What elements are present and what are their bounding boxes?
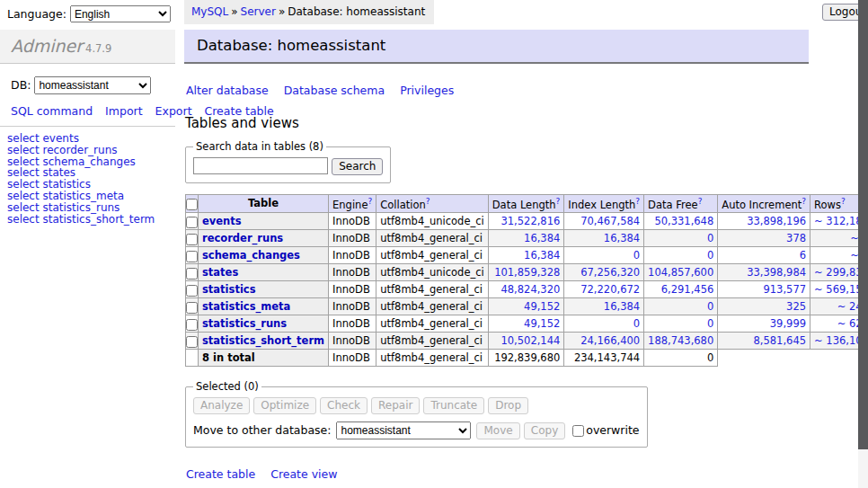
- page-title: Database: homeassistant: [184, 30, 809, 64]
- database-action-links: Alter databaseDatabase schemaPrivileges: [186, 84, 813, 97]
- table-name-link[interactable]: statistics_short_term: [202, 334, 324, 347]
- index-length-link[interactable]: 72,220,672: [580, 283, 640, 296]
- data-free-link[interactable]: 188,743,680: [648, 334, 713, 347]
- data-length-link[interactable]: 10,502,144: [500, 334, 560, 347]
- row-checkbox[interactable]: [186, 336, 198, 348]
- data-length-link[interactable]: 101,859,328: [494, 266, 560, 279]
- sidebar-item-select-statistics-short-term[interactable]: select statistics_short_term: [7, 214, 175, 226]
- table-name-link[interactable]: states: [202, 266, 238, 279]
- link-database-schema[interactable]: Database schema: [284, 84, 385, 97]
- help-icon[interactable]: ?: [841, 197, 846, 206]
- table-name-link[interactable]: events: [202, 215, 242, 227]
- data-length-link[interactable]: 49,152: [524, 300, 560, 313]
- collation-cell: utf8mb4_general_ci: [376, 281, 489, 298]
- table-name-link[interactable]: statistics_meta: [202, 300, 290, 313]
- help-icon[interactable]: ?: [368, 197, 372, 206]
- breadcrumb-link-server[interactable]: Server: [241, 5, 276, 18]
- data-length-link[interactable]: 31,522,816: [500, 215, 560, 227]
- row-checkbox[interactable]: [186, 302, 198, 314]
- link-create-view[interactable]: Create view: [270, 467, 337, 481]
- table-name-link[interactable]: schema_changes: [202, 249, 300, 262]
- link-alter-database[interactable]: Alter database: [186, 84, 269, 97]
- row-checkbox[interactable]: [186, 234, 198, 245]
- index-length-link[interactable]: 70,467,584: [580, 215, 640, 227]
- data-free-link[interactable]: 0: [707, 317, 713, 330]
- data-free-link[interactable]: 0: [707, 249, 713, 262]
- select-all-checkbox[interactable]: [186, 199, 198, 210]
- help-icon[interactable]: ?: [426, 197, 430, 206]
- row-checkbox[interactable]: [186, 217, 198, 228]
- move-db-select[interactable]: homeassistant: [336, 421, 471, 439]
- sidebar-table-links: select eventsselect recorder_runsselect …: [0, 133, 175, 225]
- db-select[interactable]: homeassistant: [34, 76, 151, 94]
- sidebar-command-links: SQL commandImportExportCreate table: [0, 98, 171, 118]
- sidebar-link-import[interactable]: Import: [105, 104, 143, 118]
- table-name-link[interactable]: statistics: [202, 283, 256, 296]
- help-icon[interactable]: ?: [635, 197, 640, 206]
- sidebar-item-select-recorder-runs[interactable]: select recorder_runs: [7, 145, 175, 156]
- auto-increment-link[interactable]: 33,398,984: [747, 266, 806, 279]
- data-free-link[interactable]: 0: [707, 232, 713, 244]
- help-icon[interactable]: ?: [698, 197, 703, 206]
- scrollbar-track[interactable]: [858, 0, 868, 488]
- index-length-cell: 16,384: [564, 298, 644, 315]
- language-select[interactable]: English: [70, 5, 171, 22]
- sidebar-item-select-statistics-meta[interactable]: select statistics_meta: [7, 191, 175, 202]
- drop-button[interactable]: Drop: [488, 397, 528, 414]
- auto-increment-link[interactable]: 8,581,645: [754, 334, 807, 347]
- breadcrumb-link-mysql[interactable]: MySQL: [191, 5, 228, 18]
- data-length-link[interactable]: 16,384: [524, 232, 560, 244]
- sidebar-item-select-statistics-runs[interactable]: select statistics_runs: [7, 202, 175, 214]
- index-length-link[interactable]: 16,384: [604, 300, 640, 313]
- table-name-link[interactable]: recorder_runs: [202, 232, 283, 244]
- index-length-link[interactable]: 0: [633, 317, 640, 330]
- data-free-link[interactable]: 104,857,600: [648, 266, 713, 279]
- sidebar-link-sql-command[interactable]: SQL command: [11, 104, 93, 118]
- help-icon[interactable]: ?: [556, 197, 561, 206]
- auto-increment-link[interactable]: 39,999: [770, 317, 806, 330]
- help-icon[interactable]: ?: [802, 197, 806, 206]
- move-button[interactable]: Move: [476, 422, 519, 439]
- index-length-link[interactable]: 67,256,320: [580, 266, 640, 279]
- check-button[interactable]: Check: [320, 397, 368, 414]
- link-privileges[interactable]: Privileges: [400, 84, 454, 97]
- data-free-link[interactable]: 0: [707, 300, 713, 313]
- scrollbar-thumb[interactable]: [858, 0, 868, 449]
- row-checkbox[interactable]: [186, 268, 198, 279]
- data-free-cell: 0: [644, 230, 718, 247]
- data-length-link[interactable]: 48,824,320: [500, 283, 560, 296]
- table-name-cell: recorder_runs: [199, 230, 329, 247]
- index-length-link[interactable]: 24,166,400: [580, 334, 640, 347]
- data-length-link[interactable]: 49,152: [524, 317, 560, 330]
- data-length-link[interactable]: 16,384: [524, 249, 560, 262]
- breadcrumb-separator: »: [231, 5, 237, 18]
- auto-increment-link[interactable]: 325: [786, 300, 806, 313]
- search-input[interactable]: [193, 157, 328, 174]
- sidebar-item-select-events[interactable]: select events: [7, 133, 175, 145]
- link-create-table[interactable]: Create table: [186, 467, 255, 481]
- auto-increment-link[interactable]: 913,577: [763, 283, 806, 296]
- row-checkbox[interactable]: [186, 319, 198, 331]
- data-free-cell: 6,291,456: [644, 281, 718, 298]
- column-header-auto-increment: Auto Increment?: [718, 194, 810, 213]
- copy-button[interactable]: Copy: [524, 422, 565, 439]
- row-checkbox[interactable]: [186, 251, 198, 262]
- index-length-link[interactable]: 16,384: [604, 232, 640, 244]
- search-button[interactable]: Search: [332, 158, 383, 175]
- data-free-link[interactable]: 50,331,648: [654, 215, 713, 227]
- column-header-data-length: Data Length?: [488, 194, 564, 213]
- truncate-button[interactable]: Truncate: [423, 397, 484, 414]
- analyze-button[interactable]: Analyze: [193, 397, 250, 414]
- table-name-link[interactable]: statistics_runs: [202, 317, 287, 330]
- data-free-cell: 188,743,680: [644, 333, 718, 350]
- data-free-link[interactable]: 6,291,456: [661, 283, 714, 296]
- auto-increment-link[interactable]: 33,898,196: [747, 215, 806, 227]
- overwrite-checkbox[interactable]: [572, 425, 584, 437]
- auto-increment-link[interactable]: 378: [786, 232, 806, 244]
- row-checkbox[interactable]: [186, 285, 198, 297]
- repair-button[interactable]: Repair: [371, 397, 420, 414]
- auto-increment-link[interactable]: 6: [800, 249, 806, 262]
- app-title-link[interactable]: Adminer: [11, 36, 83, 56]
- index-length-link[interactable]: 0: [633, 249, 640, 262]
- optimize-button[interactable]: Optimize: [253, 397, 316, 414]
